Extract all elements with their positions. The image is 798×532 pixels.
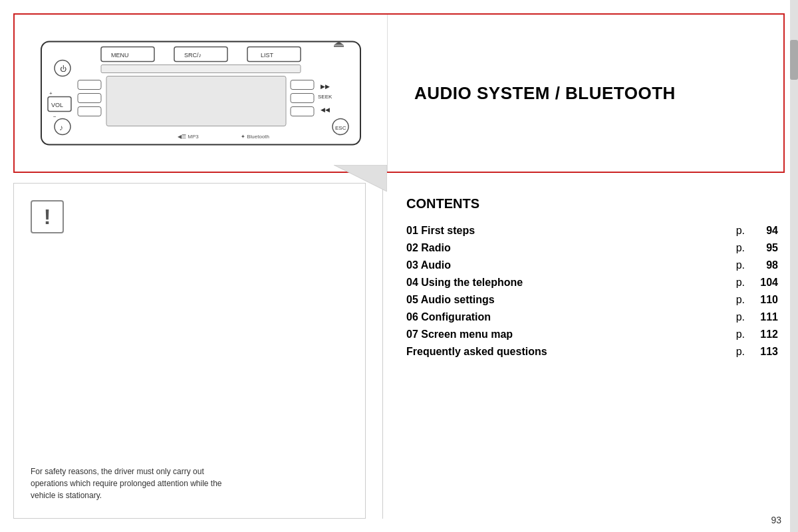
svg-text:LIST: LIST	[261, 52, 274, 59]
toc-dots-02	[571, 251, 733, 251]
toc-p-04: p.	[736, 277, 745, 289]
scrollbar-thumb[interactable]	[790, 40, 798, 80]
contents-panel: CONTENTS 01 First stepsp.9402 Radiop.950…	[400, 183, 785, 519]
svg-rect-19	[106, 76, 286, 126]
svg-text:◀◀: ◀◀	[321, 106, 330, 113]
toc-dots-01	[571, 233, 733, 234]
toc-label-03: 03 Audio	[406, 259, 568, 271]
page-title: AUDIO SYSTEM / BLUETOOTH	[414, 83, 676, 104]
toc-dots-03	[571, 268, 733, 269]
toc-row-01: 01 First stepsp.94	[406, 225, 778, 237]
toc-row-04: 04 Using the telephonep.104	[406, 277, 778, 289]
svg-rect-22	[291, 107, 314, 116]
svg-text:SRC/♪: SRC/♪	[184, 52, 201, 59]
svg-text:♪: ♪	[59, 123, 63, 132]
svg-text:+: +	[49, 90, 53, 96]
page-number: 93	[771, 515, 781, 525]
toc-page-01: 94	[755, 225, 778, 237]
toc-row-05: 05 Audio settingsp.110	[406, 294, 778, 306]
svg-rect-10	[334, 46, 344, 47]
toc-label-07: 07 Screen menu map	[406, 329, 568, 340]
toc-page-04: 104	[755, 277, 778, 289]
svg-rect-21	[291, 94, 314, 103]
toc-dots-04	[571, 285, 733, 286]
contents-heading: CONTENTS	[406, 196, 778, 211]
toc-p-06: p.	[736, 311, 745, 323]
warning-icon-container: !	[31, 200, 64, 233]
title-area: AUDIO SYSTEM / BLUETOOTH	[387, 15, 783, 172]
toc-label-faq: Frequently asked questions	[406, 346, 568, 358]
warning-panel: ! For safety reasons, the driver must on…	[13, 183, 366, 519]
toc-dots-06	[571, 320, 733, 321]
toc-list: 01 First stepsp.9402 Radiop.9503 Audiop.…	[406, 225, 778, 358]
toc-p-07: p.	[736, 329, 745, 340]
svg-text:ESC: ESC	[335, 125, 346, 131]
page-container: ⏻ MENU SRC/♪ LIST + VOL −	[0, 0, 798, 532]
toc-row-03: 03 Audiop.98	[406, 259, 778, 271]
toc-page-02: 95	[755, 242, 778, 254]
toc-p-01: p.	[736, 225, 745, 237]
toc-p-05: p.	[736, 294, 745, 306]
svg-text:▶▶: ▶▶	[321, 83, 330, 90]
svg-rect-18	[78, 107, 101, 116]
toc-row-07: 07 Screen menu mapp.112	[406, 329, 778, 340]
exclamation-icon: !	[44, 205, 51, 229]
svg-text:SEEK: SEEK	[318, 94, 332, 100]
svg-text:◀☰ MP3: ◀☰ MP3	[178, 134, 199, 140]
toc-dots-faq	[571, 354, 733, 355]
bottom-section: ! For safety reasons, the driver must on…	[13, 183, 785, 519]
warning-text: For safety reasons, the driver must only…	[31, 466, 243, 501]
toc-label-02: 02 Radio	[406, 242, 568, 254]
toc-page-07: 112	[755, 329, 778, 340]
toc-label-06: 06 Configuration	[406, 311, 568, 323]
svg-text:−: −	[53, 114, 57, 120]
toc-page-06: 111	[755, 311, 778, 323]
toc-page-03: 98	[755, 259, 778, 271]
svg-text:⏻: ⏻	[60, 65, 66, 72]
top-section: ⏻ MENU SRC/♪ LIST + VOL −	[13, 13, 785, 173]
toc-row-faq: Frequently asked questionsp.113	[406, 346, 778, 358]
toc-p-03: p.	[736, 259, 745, 271]
svg-rect-20	[291, 80, 314, 90]
svg-rect-16	[78, 80, 101, 90]
toc-row-02: 02 Radiop.95	[406, 242, 778, 254]
svg-text:✦ Bluetooth: ✦ Bluetooth	[241, 134, 269, 140]
toc-dots-05	[571, 303, 733, 303]
svg-text:MENU: MENU	[111, 52, 129, 59]
toc-label-04: 04 Using the telephone	[406, 277, 568, 289]
device-area: ⏻ MENU SRC/♪ LIST + VOL −	[15, 15, 387, 172]
radio-device-svg: ⏻ MENU SRC/♪ LIST + VOL −	[35, 33, 367, 153]
toc-label-01: 01 First steps	[406, 225, 568, 237]
toc-page-faq: 113	[755, 346, 778, 358]
svg-rect-17	[78, 94, 101, 103]
panel-divider	[382, 183, 383, 519]
svg-rect-11	[101, 65, 301, 73]
svg-rect-7	[247, 47, 301, 62]
scrollbar[interactable]	[790, 0, 798, 532]
toc-p-02: p.	[736, 242, 745, 254]
toc-p-faq: p.	[736, 346, 745, 358]
toc-row-06: 06 Configurationp.111	[406, 311, 778, 323]
svg-text:VOL: VOL	[51, 102, 63, 108]
toc-page-05: 110	[755, 294, 778, 306]
toc-label-05: 05 Audio settings	[406, 294, 568, 306]
toc-dots-07	[571, 337, 733, 338]
